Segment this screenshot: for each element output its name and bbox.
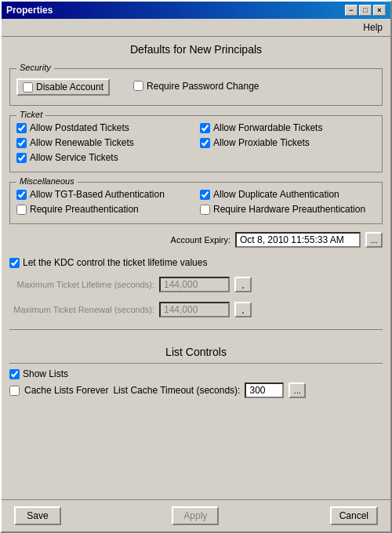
show-lists-checkbox[interactable] (9, 369, 20, 379)
require-password-label: Require Password Change (147, 81, 259, 92)
misc-options: Allow TGT-Based Authentication Allow Dup… (16, 189, 376, 217)
cache-row: Cache Lists Forever List Cache Timeout (… (9, 383, 383, 398)
account-expiry-input[interactable] (235, 232, 361, 248)
allow-proxiable-label: Allow Proxiable Tickets (213, 137, 310, 148)
cache-timeout-button[interactable]: ... (289, 383, 306, 398)
allow-tgt-row: Allow TGT-Based Authentication (16, 189, 192, 200)
allow-duplicate-label: Allow Duplicate Authentication (213, 189, 339, 200)
kdc-control-label: Let the KDC control the ticket lifetime … (23, 257, 207, 268)
page-title: Defaults for New Principals (9, 43, 383, 56)
max-ticket-lifetime-row: Maximum Ticket Lifetime (seconds): . (9, 277, 383, 292)
allow-tgt-label: Allow TGT-Based Authentication (30, 189, 165, 200)
disable-account-button[interactable]: Disable Account (16, 78, 110, 96)
maximize-button[interactable]: □ (359, 5, 372, 16)
kdc-control-row: Let the KDC control the ticket lifetime … (9, 257, 383, 268)
properties-window: Properties − □ × Help Defaults for New P… (0, 0, 392, 533)
kdc-control-checkbox[interactable] (9, 258, 20, 268)
title-bar-buttons: − □ × (345, 5, 386, 16)
ticket-options: Allow Postdated Tickets Allow Forwardabl… (16, 122, 376, 165)
require-hardware-label: Require Hardware Preauthentication (213, 204, 365, 215)
allow-service-checkbox[interactable] (16, 153, 27, 163)
max-ticket-lifetime-input[interactable] (159, 277, 230, 292)
max-ticket-lifetime-button[interactable]: . (234, 277, 252, 292)
ticket-group-label: Ticket (16, 110, 45, 119)
allow-renewable-checkbox[interactable] (16, 138, 27, 148)
allow-renewable-label: Allow Renewable Tickets (30, 137, 134, 148)
minimize-button[interactable]: − (345, 5, 358, 16)
close-button[interactable]: × (373, 5, 386, 16)
allow-service-label: Allow Service Tickets (30, 152, 118, 163)
account-expiry-label: Account Expiry: (171, 235, 230, 245)
max-ticket-renewal-row: Maximum Ticket Renewal (seconds): . (9, 302, 383, 317)
allow-proxiable-checkbox[interactable] (200, 138, 210, 148)
account-expiry-row: Account Expiry: ... (9, 232, 383, 248)
require-password-checkbox[interactable] (133, 81, 143, 91)
allow-proxiable-row: Allow Proxiable Tickets (200, 137, 376, 148)
allow-forwardable-checkbox[interactable] (200, 123, 210, 133)
allow-duplicate-checkbox[interactable] (200, 190, 210, 200)
allow-forwardable-row: Allow Forwardable Tickets (200, 122, 376, 133)
allow-postdated-label: Allow Postdated Tickets (30, 122, 129, 133)
allow-tgt-checkbox[interactable] (16, 190, 27, 200)
save-button[interactable]: Save (14, 506, 61, 525)
list-controls-divider (9, 363, 383, 364)
cache-timeout-label: List Cache Timeout (seconds): (113, 385, 240, 396)
cancel-button[interactable]: Cancel (330, 506, 378, 525)
require-password-row: Require Password Change (133, 81, 259, 92)
ticket-group: Ticket Allow Postdated Tickets Allow For… (9, 115, 383, 172)
list-controls-section: List Controls Show Lists Cache Lists For… (9, 339, 383, 404)
require-hardware-checkbox[interactable] (200, 205, 210, 215)
show-lists-label: Show Lists (23, 368, 68, 379)
max-ticket-lifetime-label: Maximum Ticket Lifetime (seconds): (9, 280, 154, 289)
allow-forwardable-label: Allow Forwardable Tickets (213, 122, 322, 133)
title-bar: Properties − □ × (2, 2, 390, 19)
menu-bar: Help (2, 19, 390, 37)
max-ticket-renewal-label: Maximum Ticket Renewal (seconds): (9, 305, 154, 314)
show-lists-row: Show Lists (9, 368, 383, 379)
allow-duplicate-row: Allow Duplicate Authentication (200, 189, 376, 200)
cache-lists-checkbox[interactable] (9, 386, 20, 396)
disable-account-checkbox[interactable] (23, 82, 33, 92)
require-preauth-row: Require Preauthentication (16, 204, 192, 215)
allow-postdated-row: Allow Postdated Tickets (16, 122, 192, 133)
allow-postdated-checkbox[interactable] (16, 123, 27, 133)
max-ticket-renewal-button[interactable]: . (234, 302, 252, 317)
cache-timeout-input[interactable] (245, 383, 284, 398)
allow-renewable-row: Allow Renewable Tickets (16, 137, 192, 148)
account-expiry-button[interactable]: ... (365, 232, 383, 248)
main-content: Defaults for New Principals Security Dis… (2, 37, 390, 499)
footer-buttons: Save Apply Cancel (2, 499, 390, 531)
miscellaneous-group: Miscellaneous Allow TGT-Based Authentica… (9, 182, 383, 224)
security-group-label: Security (16, 63, 54, 72)
require-preauth-label: Require Preauthentication (30, 204, 139, 215)
list-controls-title: List Controls (9, 346, 383, 358)
security-row: Disable Account Require Password Change (16, 75, 376, 99)
security-group: Security Disable Account Require Passwor… (9, 68, 383, 106)
apply-button[interactable]: Apply (172, 506, 219, 525)
section-divider (9, 329, 383, 330)
require-hardware-row: Require Hardware Preauthentication (200, 204, 376, 215)
window-title: Properties (6, 5, 53, 16)
require-preauth-checkbox[interactable] (16, 205, 27, 215)
cache-lists-label: Cache Lists Forever (24, 385, 108, 396)
miscellaneous-group-label: Miscellaneous (16, 176, 78, 186)
max-ticket-renewal-input[interactable] (159, 302, 230, 317)
disable-account-label: Disable Account (36, 82, 103, 92)
help-menu-item[interactable]: Help (358, 20, 387, 34)
allow-service-row: Allow Service Tickets (16, 152, 192, 163)
